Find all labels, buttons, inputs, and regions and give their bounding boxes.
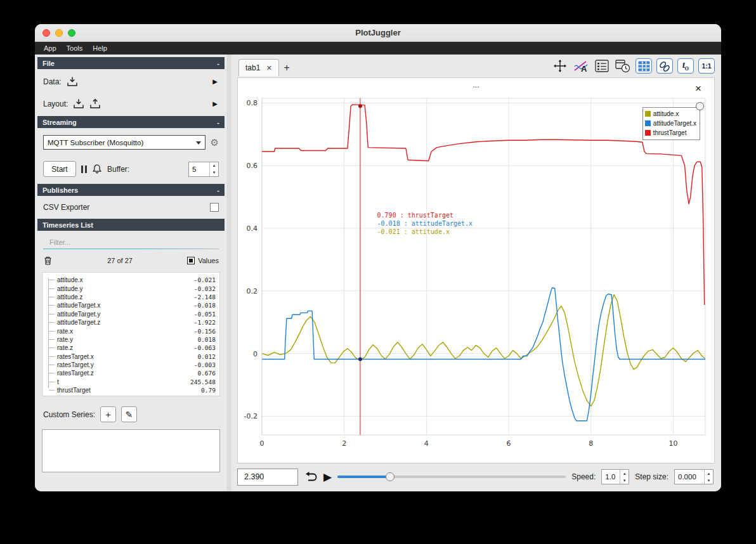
- play-button[interactable]: ▶: [323, 472, 332, 482]
- spin-up-icon[interactable]: ▲: [210, 162, 218, 169]
- section-header-publishers[interactable]: Publishers -: [37, 184, 225, 196]
- plot-canvas[interactable]: 0246810-0.200.20.40.60.8 0.790 : thrustT…: [238, 93, 714, 463]
- list-item[interactable]: rate.y0.018: [45, 335, 216, 344]
- data-menu-arrow-icon[interactable]: ▶: [212, 78, 218, 85]
- collapse-file-icon[interactable]: -: [217, 60, 219, 67]
- streaming-source-select[interactable]: MQTT Subscriber (Mosquitto): [43, 135, 205, 150]
- series-value: -2.148: [194, 294, 216, 301]
- list-item[interactable]: ratesTarget.y-0.003: [45, 361, 216, 369]
- svg-text:10: 10: [668, 439, 677, 448]
- time-slider[interactable]: [337, 470, 566, 483]
- list-item[interactable]: attitudeTarget.x-0.018: [45, 301, 216, 309]
- list-item[interactable]: attitudeTarget.y-0.051: [45, 310, 216, 318]
- add-custom-series-button[interactable]: +: [100, 406, 116, 422]
- series-value: 245.548: [190, 379, 216, 385]
- spin-up-icon[interactable]: ▲: [620, 470, 629, 477]
- pause-icon[interactable]: [81, 165, 87, 173]
- load-data-icon[interactable]: [67, 76, 78, 87]
- datetime-icon[interactable]: [615, 58, 631, 74]
- series-name: t: [57, 379, 190, 385]
- bell-icon[interactable]: [92, 164, 102, 174]
- tab-tab1[interactable]: tab1 ×: [238, 59, 279, 76]
- custom-series-list[interactable]: [42, 429, 220, 472]
- spin-down-icon[interactable]: ▼: [210, 169, 218, 176]
- buffer-value: 5: [189, 162, 209, 176]
- plot-close-icon[interactable]: ×: [695, 83, 701, 94]
- grid-layout-icon[interactable]: [635, 58, 652, 74]
- menu-tools[interactable]: Tools: [62, 42, 88, 55]
- spin-down-icon[interactable]: ▼: [620, 477, 629, 484]
- curve-style-icon[interactable]: A: [573, 58, 589, 74]
- save-layout-icon[interactable]: [89, 98, 101, 109]
- layout-menu-arrow-icon[interactable]: ▶: [212, 100, 218, 107]
- close-window-button[interactable]: [42, 29, 50, 37]
- legend-label: thrustTarget: [653, 129, 687, 136]
- series-name: attitudeTarget.z: [57, 319, 194, 326]
- list-item[interactable]: attitude.x-0.021: [45, 276, 216, 284]
- spin-up-icon[interactable]: ▲: [705, 470, 713, 477]
- speed-spinbox[interactable]: 1.0 ▲▼: [601, 469, 629, 484]
- gear-icon[interactable]: ⚙: [211, 138, 219, 147]
- series-name: attitude.x: [57, 276, 194, 283]
- legend-swatch: [645, 120, 651, 126]
- list-item[interactable]: ratesTarget.z0.676: [45, 369, 216, 377]
- series-name: thrustTarget: [57, 387, 201, 394]
- slider-thumb[interactable]: [386, 472, 394, 481]
- trash-icon[interactable]: [43, 256, 53, 266]
- current-time-field[interactable]: 2.390: [237, 469, 298, 486]
- list-item[interactable]: attitudeTarget.z-1.922: [45, 318, 216, 327]
- csv-exporter-checkbox[interactable]: [210, 203, 219, 212]
- ratio-1-1-icon[interactable]: 1:1: [698, 58, 715, 74]
- collapse-streaming-icon[interactable]: -: [217, 119, 219, 126]
- time-offset-icon[interactable]: tO: [677, 58, 694, 74]
- svg-text:0: 0: [253, 350, 257, 358]
- list-item[interactable]: attitude.y-0.032: [45, 284, 216, 292]
- titlebar: PlotJuggler: [35, 24, 721, 42]
- tree-branch-icon: [49, 347, 55, 348]
- step-size-spinbox[interactable]: 0.000 ▲▼: [674, 469, 714, 484]
- layout-label: Layout:: [43, 100, 68, 108]
- link-axes-icon[interactable]: [656, 58, 673, 74]
- start-button[interactable]: Start: [43, 161, 76, 177]
- legend[interactable]: attitude.xattitudeTarget.xthrustTarget: [642, 107, 700, 140]
- list-item[interactable]: rate.z-0.063: [45, 344, 216, 352]
- plotjuggler-window: PlotJuggler AppToolsHelp File - Data: ▶ …: [35, 24, 721, 491]
- minimize-window-button[interactable]: [55, 29, 63, 37]
- buffer-spinbox[interactable]: 5 ▲▼: [188, 162, 219, 177]
- load-layout-icon[interactable]: [73, 98, 84, 109]
- menu-app[interactable]: App: [39, 42, 62, 55]
- list-item[interactable]: ratesTarget.x0.012: [45, 353, 216, 361]
- maximize-window-button[interactable]: [68, 29, 75, 37]
- legend-entry[interactable]: attitude.x: [645, 109, 696, 119]
- section-header-streaming[interactable]: Streaming -: [37, 116, 225, 128]
- loop-icon[interactable]: [304, 471, 318, 483]
- list-item[interactable]: thrustTarget0.79: [45, 386, 216, 394]
- list-item[interactable]: rate.x-0.156: [45, 327, 216, 335]
- buffer-label: Buffer:: [107, 165, 129, 174]
- streaming-source-value: MQTT Subscriber (Mosquitto): [48, 139, 143, 146]
- series-name: rate.x: [57, 328, 194, 335]
- series-value: 0.018: [197, 336, 216, 343]
- list-item[interactable]: t245.548: [45, 378, 216, 386]
- section-header-timeseries[interactable]: Timeseries List: [37, 219, 225, 231]
- list-item[interactable]: attitude.z-2.148: [45, 293, 216, 301]
- move-icon[interactable]: [552, 58, 568, 74]
- tree-branch-icon: [49, 305, 55, 306]
- edit-custom-series-button[interactable]: ✎: [121, 406, 137, 422]
- menu-help[interactable]: Help: [88, 42, 112, 55]
- filter-input[interactable]: [43, 236, 219, 249]
- legend-entry[interactable]: thrustTarget: [645, 128, 696, 138]
- tab-close-icon[interactable]: ×: [266, 63, 271, 72]
- collapse-publishers-icon[interactable]: -: [217, 186, 219, 194]
- values-toggle[interactable]: Values: [187, 257, 219, 264]
- tree-branch-icon: [49, 297, 55, 297]
- tree-branch-icon: [49, 280, 55, 280]
- add-tab-button[interactable]: +: [282, 62, 295, 76]
- series-value: -0.032: [194, 285, 216, 292]
- legend-entry[interactable]: attitudeTarget.x: [645, 119, 696, 128]
- publishers-section-title: Publishers: [42, 186, 78, 194]
- menu-bar: AppToolsHelp: [35, 42, 721, 55]
- spin-down-icon[interactable]: ▼: [705, 477, 713, 484]
- section-header-file[interactable]: File -: [37, 57, 225, 69]
- legend-icon[interactable]: [594, 58, 610, 74]
